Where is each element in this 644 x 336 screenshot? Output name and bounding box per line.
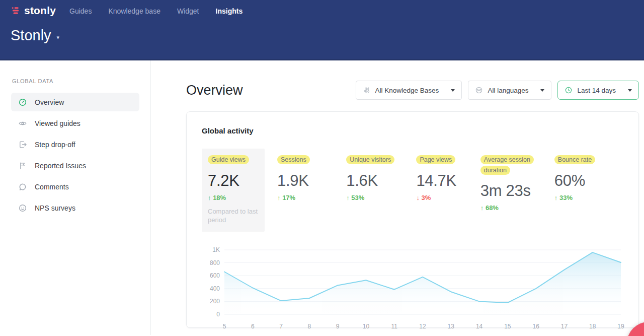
metric-value: 1.9K: [277, 172, 346, 190]
trend-arrow-icon: ↑: [346, 194, 350, 201]
brand-logo[interactable]: stonly: [11, 5, 56, 17]
sidebar-item-step-drop-off[interactable]: Step drop-off: [11, 135, 139, 154]
main-header: Overview All Knowledge Bases All languag…: [186, 81, 639, 100]
metric-delta: ↑ 17%: [277, 194, 346, 201]
activity-chart: 02004006008001K5678910111213141516171819: [202, 246, 623, 336]
svg-text:16: 16: [532, 323, 539, 330]
chevron-down-icon: ▾: [57, 30, 60, 41]
nav-item-insights[interactable]: Insights: [216, 7, 243, 15]
metric-average-session-duration[interactable]: Average session duration 3m 23s ↑ 68%: [480, 149, 554, 212]
svg-text:7: 7: [279, 323, 283, 330]
eye-icon: [18, 119, 27, 128]
sidebar-item-nps-surveys[interactable]: NPS surveys: [11, 198, 139, 217]
metric-guide-views[interactable]: Guide views 7.2K ↑ 18% Compared to last …: [202, 149, 265, 232]
main-content: Overview All Knowledge Bases All languag…: [151, 60, 644, 335]
nav-item-knowledge-base[interactable]: Knowledge base: [108, 7, 160, 15]
svg-text:600: 600: [210, 272, 220, 279]
step-out-icon: [18, 140, 27, 149]
svg-text:800: 800: [210, 259, 220, 266]
metric-value: 1.6K: [346, 172, 416, 190]
brand-name: stonly: [24, 5, 56, 17]
svg-text:13: 13: [448, 323, 455, 330]
metric-delta: ↑ 68%: [480, 204, 554, 212]
metric-label-highlight: Sessions: [277, 155, 310, 164]
metric-compare-note: Compared to last period: [208, 207, 263, 225]
workspace-switcher[interactable]: Stonly ▾: [11, 27, 633, 44]
global-activity-card: Global activity Guide views 7.2K ↑ 18% C…: [186, 111, 639, 328]
metric-value: 14.7K: [416, 172, 480, 190]
svg-text:0: 0: [216, 311, 220, 318]
metric-label-highlight: Page views: [416, 155, 455, 164]
filter-label: All languages: [488, 87, 528, 94]
metric-page-views[interactable]: Page views 14.7K ↓ 3%: [416, 149, 480, 201]
sidebar-menu: Overview Viewed guides Step drop-off Rep…: [11, 93, 139, 217]
sidebar-item-overview[interactable]: Overview: [11, 93, 139, 111]
svg-text:200: 200: [210, 298, 220, 305]
metric-value: 7.2K: [208, 172, 259, 190]
area-chart-svg: 02004006008001K5678910111213141516171819: [202, 246, 624, 336]
metric-bounce-rate[interactable]: Bounce rate 60% ↑ 33%: [554, 149, 623, 201]
metric-value: 3m 23s: [480, 182, 554, 200]
svg-text:11: 11: [391, 323, 397, 330]
caret-down-icon: [628, 89, 632, 92]
metric-sessions[interactable]: Sessions 1.9K ↑ 17%: [277, 149, 346, 201]
metrics-row: Guide views 7.2K ↑ 18% Compared to last …: [202, 149, 623, 232]
sidebar-item-label: Comments: [35, 183, 69, 191]
nav-item-guides[interactable]: Guides: [69, 7, 92, 15]
comment-icon: [18, 182, 27, 191]
trend-arrow-icon: ↑: [208, 194, 211, 201]
workspace-title: Stonly: [11, 27, 51, 44]
app-window: stonly GuidesKnowledge baseWidgetInsight…: [0, 0, 644, 336]
metric-label-highlight: Average session duration: [480, 155, 534, 175]
svg-text:1K: 1K: [212, 246, 220, 253]
sidebar-item-viewed-guides[interactable]: Viewed guides: [11, 114, 139, 132]
metric-delta: ↑ 53%: [346, 194, 416, 201]
metric-value: 60%: [554, 172, 623, 190]
card-title: Global activity: [202, 126, 623, 135]
trend-arrow-icon: ↓: [416, 194, 420, 201]
metric-label-highlight: Bounce rate: [554, 155, 595, 164]
topbar: stonly GuidesKnowledge baseWidgetInsight…: [0, 0, 644, 60]
svg-text:5: 5: [223, 323, 226, 330]
sidebar-item-label: Overview: [35, 98, 64, 106]
filter-label: All Knowledge Bases: [375, 87, 439, 94]
metric-delta: ↑ 33%: [554, 194, 623, 201]
filter-all-knowledge-bases[interactable]: All Knowledge Bases: [356, 81, 462, 100]
metric-delta: ↑ 18%: [208, 194, 259, 201]
svg-text:8: 8: [308, 323, 311, 330]
svg-text:14: 14: [476, 323, 483, 330]
sidebar-item-label: NPS surveys: [35, 204, 75, 212]
trend-arrow-icon: ↑: [554, 194, 558, 201]
sidebar-item-reported-issues[interactable]: Reported Issues: [11, 156, 139, 175]
sidebar-item-comments[interactable]: Comments: [11, 177, 139, 196]
svg-text:18: 18: [589, 323, 596, 330]
filter-label: Last 14 days: [577, 87, 616, 94]
topbar-nav-row: stonly GuidesKnowledge baseWidgetInsight…: [11, 0, 633, 17]
svg-text:400: 400: [210, 285, 220, 292]
sidebar-item-label: Step drop-off: [35, 141, 75, 149]
trend-arrow-icon: ↑: [480, 204, 484, 212]
smiley-icon: [18, 204, 27, 213]
nav-item-widget[interactable]: Widget: [177, 7, 199, 15]
svg-text:17: 17: [561, 323, 568, 330]
svg-text:19: 19: [617, 323, 624, 330]
svg-text:6: 6: [251, 323, 255, 330]
filter-last-14-days[interactable]: Last 14 days: [557, 81, 639, 100]
metric-label-highlight: Unique visitors: [346, 155, 394, 164]
svg-text:12: 12: [419, 323, 426, 330]
flag-icon: [18, 161, 27, 170]
metric-label-highlight: Guide views: [208, 155, 249, 164]
filter-all-languages[interactable]: All languages: [468, 81, 551, 100]
svg-text:15: 15: [504, 323, 511, 330]
gauge-icon: [18, 98, 27, 107]
svg-text:9: 9: [336, 323, 340, 330]
svg-text:10: 10: [363, 323, 370, 330]
page-title: Overview: [186, 83, 243, 98]
top-nav: GuidesKnowledge baseWidgetInsights: [69, 6, 243, 15]
sidebar-section-label: GLOBAL DATA: [11, 78, 139, 84]
trend-arrow-icon: ↑: [277, 194, 281, 201]
caret-down-icon: [540, 89, 544, 92]
metric-unique-visitors[interactable]: Unique visitors 1.6K ↑ 53%: [346, 149, 416, 201]
stonly-logo-icon: [11, 6, 21, 16]
sidebar-item-label: Reported Issues: [35, 162, 86, 170]
